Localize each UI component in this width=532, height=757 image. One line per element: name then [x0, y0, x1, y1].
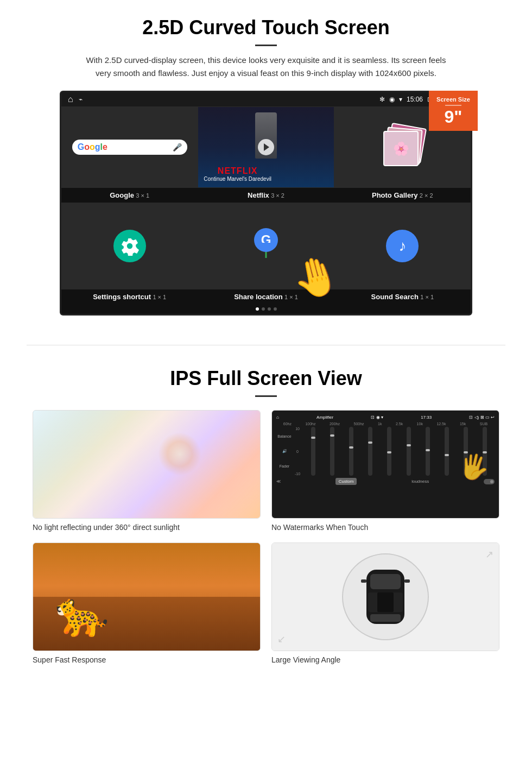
sound-size: 1 × 1: [420, 294, 434, 300]
sound-icon-circle: ♪: [386, 230, 419, 262]
car-circle: [342, 553, 429, 640]
sound-search-cell[interactable]: ♪: [334, 203, 471, 289]
indicator-dots: [61, 304, 471, 314]
cheetah-visual: 🐆: [33, 543, 260, 651]
eq-sliders: 🖐: [303, 427, 495, 476]
eq-side-labels: Balance 🔊 Fader: [276, 434, 293, 468]
netflix-subtitle: Continue Marvel's Daredevil: [204, 176, 271, 182]
section2-title: IPS Full Screen View: [33, 367, 499, 390]
image-card-sunlight: No light reflecting under 360° direct su…: [33, 410, 261, 532]
amp-header: ⌂ Amplifier ⊡ ◉ ▾ 17:33 ⊡ ◁) ⊠ ▭ ↩: [276, 415, 495, 420]
netflix-app-cell[interactable]: NETFLIX Continue Marvel's Daredevil: [198, 106, 334, 188]
slider-8[interactable]: [445, 427, 449, 476]
slider-2[interactable]: [330, 427, 334, 476]
sunlight-caption: No light reflecting under 360° direct su…: [33, 523, 261, 532]
device-screen: ⌂ ⌁ ✻ ◉ ▾ 15:06 ⊡ ◁) ⊠ ▭: [60, 91, 472, 316]
home-icon[interactable]: ⌂: [68, 94, 73, 104]
cheetah-image: 🐆: [33, 542, 261, 651]
photo-card-3: 🌸: [383, 131, 419, 166]
eq-section: Balance 🔊 Fader 10 0 -10: [276, 427, 495, 476]
slider-3[interactable]: [349, 427, 353, 476]
amp-title: Amplifier: [316, 415, 333, 420]
flower-icon: 🌸: [393, 141, 409, 156]
play-triangle-icon: [264, 143, 269, 151]
toggle-track: [484, 479, 495, 484]
google-size: 3 × 1: [136, 192, 149, 199]
angle-arrow: ↗: [485, 548, 493, 560]
netflix-logo: NETFLIX: [204, 166, 271, 176]
settings-label: Settings shortcut 1 × 1: [61, 289, 198, 304]
slider-5[interactable]: [387, 427, 391, 476]
usb-icon: ⌁: [79, 96, 83, 103]
amp-loudness-label: loudness: [411, 479, 429, 484]
netflix-size: 3 × 2: [271, 192, 284, 199]
play-button[interactable]: [258, 139, 274, 155]
amplifier-image: ⌂ Amplifier ⊡ ◉ ▾ 17:33 ⊡ ◁) ⊠ ▭ ↩ 60hz1…: [271, 410, 499, 519]
slider-3-handle: [349, 446, 353, 449]
share-size: 1 × 1: [284, 294, 298, 300]
settings-app-cell[interactable]: [61, 203, 198, 289]
dot-3: [268, 307, 271, 311]
photo-stack: 🌸: [381, 125, 424, 169]
amp-icons: ⊡ ◉ ▾: [371, 415, 383, 420]
car-image: ↗ ↙: [271, 542, 499, 651]
settings-name: Settings shortcut: [93, 293, 151, 301]
section1-title: 2.5D Curved Touch Screen: [33, 16, 499, 39]
gallery-name: Photo Gallery: [372, 191, 418, 199]
slider-10-handle: [483, 451, 487, 453]
dot-4: [274, 307, 277, 311]
badge-size: 9": [445, 107, 463, 127]
wifi-icon: ▾: [399, 96, 402, 103]
status-bar: ⌂ ⌁ ✻ ◉ ▾ 15:06 ⊡ ◁) ⊠ ▭: [61, 92, 471, 106]
mic-icon[interactable]: 🎤: [173, 143, 182, 152]
slider-6[interactable]: [407, 427, 411, 476]
badge-divider: [445, 105, 461, 106]
toggle-thumb: [490, 480, 493, 483]
sunlight-image: [33, 410, 261, 519]
angle-arrow-2: ↙: [277, 633, 286, 645]
google-name: Google: [110, 191, 134, 199]
slider-5-handle: [387, 451, 391, 453]
slider-4[interactable]: [368, 427, 372, 476]
netflix-info: NETFLIX Continue Marvel's Daredevil: [204, 166, 271, 182]
slider-1[interactable]: [311, 427, 315, 476]
settings-size: 1 × 1: [153, 294, 166, 300]
slider-7[interactable]: [426, 427, 430, 476]
section-separator: [27, 345, 505, 345]
maps-icon: G: [252, 226, 280, 266]
eq-scale: 10 0 -10: [295, 427, 300, 476]
slider-4-handle: [368, 441, 372, 444]
car-visual: ↗ ↙: [272, 543, 499, 651]
app-labels-bottom: Settings shortcut 1 × 1 Share location 1…: [61, 289, 471, 304]
gallery-size: 2 × 2: [420, 192, 433, 199]
slider-6-handle: [407, 444, 411, 446]
share-location-cell[interactable]: G 🤚: [198, 203, 334, 289]
amp-loudness-toggle[interactable]: [484, 479, 495, 484]
svg-rect-8: [361, 579, 366, 583]
image-grid: No light reflecting under 360° direct su…: [33, 410, 499, 664]
app-labels-top: Google 3 × 1 Netflix 3 × 2 Photo Gallery…: [61, 188, 471, 203]
image-card-amplifier: ⌂ Amplifier ⊡ ◉ ▾ 17:33 ⊡ ◁) ⊠ ▭ ↩ 60hz1…: [271, 410, 499, 532]
cheetah-icon: 🐆: [55, 589, 109, 640]
section-ips-view: IPS Full Screen View No light reflecting…: [0, 362, 532, 675]
amp-home-icon: ⌂: [276, 415, 279, 420]
google-app-cell[interactable]: Google 🎤: [61, 106, 198, 188]
location-icon: ◉: [389, 96, 395, 103]
badge-label: Screen Size: [433, 96, 473, 103]
sound-label: Sound Search 1 × 1: [334, 289, 471, 304]
amp-back-btn[interactable]: ≪: [276, 479, 281, 484]
image-card-car: ↗ ↙ Large Viewing Angle: [271, 542, 499, 664]
slider-8-handle: [445, 454, 449, 456]
dot-2: [262, 307, 265, 311]
amp-custom-btn[interactable]: Custom: [335, 478, 357, 485]
cheetah-caption: Super Fast Response: [33, 655, 261, 664]
app-grid-bottom: G 🤚 ♪: [61, 203, 471, 289]
settings-icon-circle: [113, 230, 146, 262]
netflix-label: Netflix 3 × 2: [198, 188, 334, 203]
svg-rect-5: [370, 574, 401, 589]
google-search-bar[interactable]: Google 🎤: [72, 140, 187, 155]
music-note-icon: ♪: [398, 237, 406, 255]
section1-description: With 2.5D curved-display screen, this de…: [81, 54, 451, 80]
share-label: Share location 1 × 1: [198, 289, 334, 304]
app-grid-top: Google 🎤 NETFLIX: [61, 106, 471, 188]
